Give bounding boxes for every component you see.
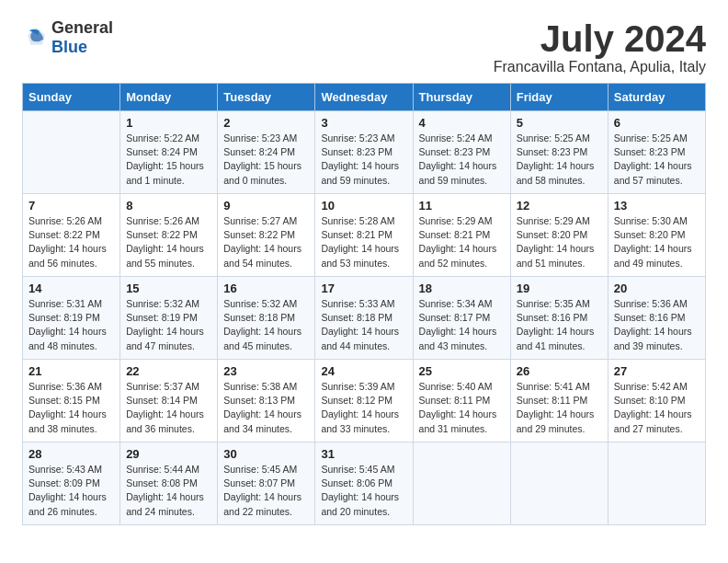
day-number: 11 [419,199,505,213]
day-number: 9 [223,199,309,213]
day-number: 3 [321,116,406,130]
calendar-cell: 25Sunrise: 5:40 AMSunset: 8:11 PMDayligh… [413,360,510,442]
day-info: Sunrise: 5:22 AMSunset: 8:24 PMDaylight:… [126,132,211,188]
calendar-cell: 30Sunrise: 5:45 AMSunset: 8:07 PMDayligh… [218,442,315,525]
day-number: 30 [223,447,309,461]
day-info: Sunrise: 5:23 AMSunset: 8:24 PMDaylight:… [223,132,309,188]
week-row-2: 7Sunrise: 5:26 AMSunset: 8:22 PMDaylight… [23,194,706,277]
calendar-cell: 20Sunrise: 5:36 AMSunset: 8:16 PMDayligh… [608,277,705,360]
day-info: Sunrise: 5:29 AMSunset: 8:20 PMDaylight:… [517,214,602,270]
header-wednesday: Wednesday [315,84,413,111]
calendar-cell: 9Sunrise: 5:27 AMSunset: 8:22 PMDaylight… [218,194,315,277]
day-info: Sunrise: 5:26 AMSunset: 8:22 PMDaylight:… [126,214,211,270]
calendar-cell: 27Sunrise: 5:42 AMSunset: 8:10 PMDayligh… [608,360,705,442]
day-number: 15 [126,282,211,295]
day-number: 8 [126,199,211,213]
day-info: Sunrise: 5:44 AMSunset: 8:08 PMDaylight:… [126,463,211,519]
calendar-cell [413,442,510,525]
calendar-cell: 21Sunrise: 5:36 AMSunset: 8:15 PMDayligh… [23,360,120,442]
calendar-cell: 12Sunrise: 5:29 AMSunset: 8:20 PMDayligh… [510,194,608,277]
day-number: 21 [28,364,114,378]
day-info: Sunrise: 5:35 AMSunset: 8:16 PMDaylight:… [517,297,602,353]
calendar-cell: 13Sunrise: 5:30 AMSunset: 8:20 PMDayligh… [608,194,705,277]
day-info: Sunrise: 5:36 AMSunset: 8:15 PMDaylight:… [28,380,114,436]
day-number: 4 [419,116,505,130]
calendar-cell: 5Sunrise: 5:25 AMSunset: 8:23 PMDaylight… [510,111,608,194]
day-number: 27 [614,364,700,378]
calendar-cell: 2Sunrise: 5:23 AMSunset: 8:24 PMDaylight… [218,111,315,194]
day-number: 26 [517,364,602,378]
day-info: Sunrise: 5:45 AMSunset: 8:06 PMDaylight:… [321,463,406,519]
calendar-cell: 23Sunrise: 5:38 AMSunset: 8:13 PMDayligh… [218,360,315,442]
calendar-cell [510,442,608,525]
calendar-cell: 14Sunrise: 5:31 AMSunset: 8:19 PMDayligh… [23,277,120,360]
calendar-cell: 8Sunrise: 5:26 AMSunset: 8:22 PMDaylight… [120,194,218,277]
calendar-table: SundayMondayTuesdayWednesdayThursdayFrid… [22,83,706,525]
logo-blue: Blue [51,38,87,56]
day-info: Sunrise: 5:40 AMSunset: 8:11 PMDaylight:… [419,380,505,436]
day-number: 20 [614,282,700,295]
calendar-cell [608,442,705,525]
day-number: 12 [517,199,602,213]
day-number: 25 [419,364,505,378]
calendar-cell: 7Sunrise: 5:26 AMSunset: 8:22 PMDaylight… [23,194,120,277]
title-block: July 2024 Francavilla Fontana, Apulia, I… [494,18,706,75]
header-tuesday: Tuesday [218,84,315,111]
day-number: 19 [517,282,602,295]
calendar-cell: 16Sunrise: 5:32 AMSunset: 8:18 PMDayligh… [218,277,315,360]
day-number: 7 [28,199,114,213]
day-info: Sunrise: 5:41 AMSunset: 8:11 PMDaylight:… [517,380,602,436]
day-number: 29 [126,447,211,461]
header-monday: Monday [120,84,218,111]
day-number: 18 [419,282,505,295]
calendar-cell: 6Sunrise: 5:25 AMSunset: 8:23 PMDaylight… [608,111,705,194]
calendar-cell: 10Sunrise: 5:28 AMSunset: 8:21 PMDayligh… [315,194,413,277]
day-number: 6 [614,116,700,130]
day-info: Sunrise: 5:36 AMSunset: 8:16 PMDaylight:… [614,297,700,353]
calendar-cell [23,111,120,194]
day-number: 13 [614,199,700,213]
week-row-5: 28Sunrise: 5:43 AMSunset: 8:09 PMDayligh… [23,442,706,525]
day-info: Sunrise: 5:27 AMSunset: 8:22 PMDaylight:… [223,214,309,270]
calendar-cell: 22Sunrise: 5:37 AMSunset: 8:14 PMDayligh… [120,360,218,442]
day-number: 17 [321,282,406,295]
day-info: Sunrise: 5:45 AMSunset: 8:07 PMDaylight:… [223,463,309,519]
calendar-cell: 15Sunrise: 5:32 AMSunset: 8:19 PMDayligh… [120,277,218,360]
day-info: Sunrise: 5:39 AMSunset: 8:12 PMDaylight:… [321,380,406,436]
day-number: 28 [28,447,114,461]
logo-text: General Blue [51,18,113,57]
day-info: Sunrise: 5:43 AMSunset: 8:09 PMDaylight:… [28,463,114,519]
day-info: Sunrise: 5:42 AMSunset: 8:10 PMDaylight:… [614,380,700,436]
logo-general: General [51,18,113,37]
day-number: 10 [321,199,406,213]
day-number: 1 [126,116,211,130]
day-number: 16 [223,282,309,295]
week-row-3: 14Sunrise: 5:31 AMSunset: 8:19 PMDayligh… [23,277,706,360]
calendar-cell: 31Sunrise: 5:45 AMSunset: 8:06 PMDayligh… [315,442,413,525]
calendar-cell: 24Sunrise: 5:39 AMSunset: 8:12 PMDayligh… [315,360,413,442]
day-number: 2 [223,116,309,130]
calendar-cell: 17Sunrise: 5:33 AMSunset: 8:18 PMDayligh… [315,277,413,360]
header-friday: Friday [510,84,608,111]
day-info: Sunrise: 5:37 AMSunset: 8:14 PMDaylight:… [126,380,211,436]
logo-icon [22,25,48,51]
page-header: General Blue July 2024 Francavilla Fonta… [22,18,706,75]
day-info: Sunrise: 5:30 AMSunset: 8:20 PMDaylight:… [614,214,700,270]
calendar-cell: 18Sunrise: 5:34 AMSunset: 8:17 PMDayligh… [413,277,510,360]
day-info: Sunrise: 5:33 AMSunset: 8:18 PMDaylight:… [321,297,406,353]
calendar-header-row: SundayMondayTuesdayWednesdayThursdayFrid… [23,84,706,111]
header-saturday: Saturday [608,84,705,111]
day-number: 22 [126,364,211,378]
calendar-cell: 19Sunrise: 5:35 AMSunset: 8:16 PMDayligh… [510,277,608,360]
week-row-4: 21Sunrise: 5:36 AMSunset: 8:15 PMDayligh… [23,360,706,442]
day-number: 24 [321,364,406,378]
calendar-cell: 11Sunrise: 5:29 AMSunset: 8:21 PMDayligh… [413,194,510,277]
logo: General Blue [22,18,113,57]
month-title: July 2024 [494,18,706,59]
calendar-cell: 4Sunrise: 5:24 AMSunset: 8:23 PMDaylight… [413,111,510,194]
day-info: Sunrise: 5:25 AMSunset: 8:23 PMDaylight:… [614,132,700,188]
day-info: Sunrise: 5:32 AMSunset: 8:18 PMDaylight:… [223,297,309,353]
day-number: 23 [223,364,309,378]
day-info: Sunrise: 5:26 AMSunset: 8:22 PMDaylight:… [28,214,114,270]
header-sunday: Sunday [23,84,120,111]
